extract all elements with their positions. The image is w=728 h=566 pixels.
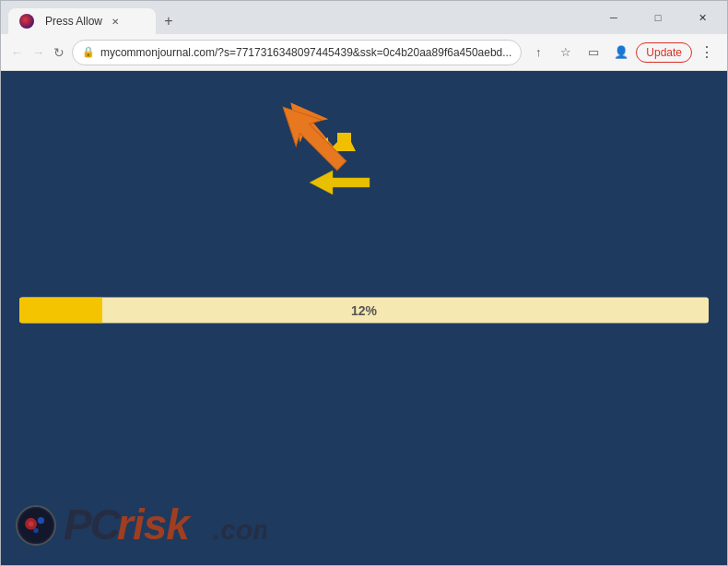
svg-marker-2 — [314, 137, 328, 156]
tab-bar: Press Allow ✕ + — [8, 1, 593, 34]
svg-point-8 — [33, 528, 38, 533]
url-text: mycommonjournal.com/?s=77173163480974454… — [100, 46, 511, 59]
pcrisk-watermark: PC risk .com — [16, 501, 266, 550]
update-button[interactable]: Update — [636, 42, 692, 63]
sidebar-button[interactable]: ▭ — [581, 40, 606, 65]
tab-title: Press Allow — [45, 15, 102, 28]
progress-bar-fill — [19, 298, 102, 324]
minimize-button[interactable]: ─ — [593, 1, 635, 34]
new-tab-button[interactable]: + — [156, 8, 182, 34]
directional-arrows — [250, 88, 406, 217]
svg-marker-0 — [276, 91, 349, 168]
browser-toolbar: ← → ↻ 🔒 mycommonjournal.com/?s=771731634… — [1, 34, 727, 71]
close-button[interactable]: ✕ — [681, 1, 723, 34]
bookmark-button[interactable]: ☆ — [553, 40, 579, 65]
toolbar-right-controls: ↑ ☆ ▭ 👤 Update ⋮ — [525, 40, 720, 65]
svg-marker-1 — [328, 133, 356, 151]
progress-label: 12% — [351, 303, 377, 318]
progress-bar-wrapper: 12% — [19, 298, 709, 324]
active-tab[interactable]: Press Allow ✕ — [8, 8, 156, 34]
progress-section: 12% — [19, 298, 709, 324]
svg-point-7 — [38, 517, 44, 524]
tab-favicon — [19, 14, 34, 29]
share-button[interactable]: ↑ — [525, 40, 551, 65]
svg-text:risk: risk — [117, 501, 192, 547]
window-controls: ─ □ ✕ — [593, 1, 727, 34]
svg-point-9 — [29, 521, 33, 525]
pcrisk-brand-text: PC risk .com — [64, 501, 266, 550]
forward-button[interactable]: → — [29, 40, 47, 65]
pcrisk-logo-circle — [16, 505, 56, 546]
back-button[interactable]: ← — [8, 40, 26, 65]
svg-text:PC: PC — [64, 501, 122, 547]
page-content: 12% PC risk .com — [1, 71, 727, 565]
address-bar[interactable]: 🔒 mycommonjournal.com/?s=771731634809744… — [72, 40, 522, 65]
svg-text:.com: .com — [213, 514, 266, 545]
security-lock-icon: 🔒 — [82, 46, 95, 58]
browser-window: Press Allow ✕ + ─ □ ✕ ← → ↻ 🔒 mycommonjo… — [0, 0, 728, 566]
reload-button[interactable]: ↻ — [51, 40, 68, 65]
titlebar: Press Allow ✕ + ─ □ ✕ — [1, 1, 727, 34]
tab-close-button[interactable]: ✕ — [108, 14, 123, 29]
svg-marker-3 — [270, 94, 355, 179]
arrow-graphic — [259, 85, 406, 205]
profile-button[interactable]: 👤 — [608, 40, 634, 65]
svg-marker-4 — [310, 171, 370, 195]
menu-button[interactable]: ⋮ — [694, 40, 720, 65]
maximize-button[interactable]: □ — [637, 1, 679, 34]
